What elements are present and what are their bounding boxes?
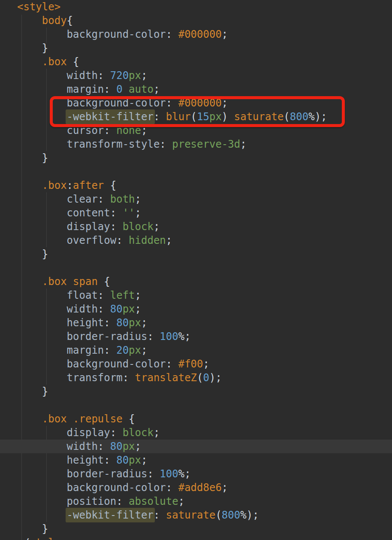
token-green: left	[110, 289, 135, 301]
code-line[interactable]: background-color: #000000;	[0, 27, 392, 41]
token-num: 80	[110, 440, 123, 452]
code-line[interactable]: }	[0, 385, 392, 398]
token-ws	[17, 413, 42, 425]
token-ws	[67, 56, 73, 68]
code-line[interactable]: display: block;	[0, 220, 392, 234]
token-punct: }	[42, 152, 48, 164]
token-punct: :	[110, 207, 116, 219]
token-prop: overflow	[67, 234, 117, 246]
token-punct: ;	[141, 317, 147, 329]
token-ws	[123, 234, 129, 246]
token-ws	[17, 495, 67, 507]
code-line[interactable]: }	[0, 247, 392, 261]
code-line[interactable]: body{	[0, 14, 392, 27]
code-line[interactable]: margin: 20px;	[0, 343, 392, 357]
code-line[interactable]: transform-style: preserve-3d;	[0, 137, 392, 151]
token-num: 80	[116, 454, 129, 466]
code-line[interactable]: height: 80px;	[0, 316, 392, 330]
token-punct: }	[42, 523, 48, 535]
token-ws	[17, 331, 67, 343]
token-orange: #f00	[178, 358, 203, 370]
token-punct: :	[110, 427, 116, 439]
token-ws	[17, 138, 67, 150]
token-ws	[17, 207, 67, 219]
code-line[interactable]: position: absolute;	[0, 494, 392, 508]
token-punct: ;	[154, 221, 160, 233]
code-line[interactable]: .box .repulse {	[0, 412, 392, 426]
code-line[interactable]: float: left;	[0, 288, 392, 302]
token-ws	[17, 440, 67, 452]
token-ws	[17, 523, 42, 535]
code-line[interactable]: .box {	[0, 55, 392, 69]
code-line[interactable]: <style>	[0, 0, 392, 14]
code-line[interactable]: margin: 0 auto;	[0, 82, 392, 96]
token-green: px	[129, 344, 141, 356]
code-line[interactable]	[0, 398, 392, 412]
code-line[interactable]: .box:after {	[0, 179, 392, 192]
code-line[interactable]: }	[0, 41, 392, 55]
token-prop: margin	[67, 344, 104, 356]
code-line[interactable]: }	[0, 151, 392, 165]
token-punct: {	[73, 56, 79, 68]
token-prop: margin	[67, 83, 104, 95]
token-punct: :	[98, 303, 104, 315]
token-ws	[17, 276, 42, 288]
token-prop: width	[67, 70, 98, 82]
code-line[interactable]	[0, 261, 392, 275]
code-line[interactable]: width: 720px;	[0, 69, 392, 82]
token-ws	[154, 331, 160, 343]
code-line[interactable]: background-color: #f00;	[0, 357, 392, 371]
token-green: block	[123, 221, 154, 233]
token-punct: ;	[135, 440, 141, 452]
token-punct: (	[197, 372, 203, 384]
token-ws	[104, 289, 110, 301]
token-prop: height	[67, 454, 104, 466]
code-line[interactable]: width: 80px;	[0, 302, 392, 316]
token-ws	[104, 303, 110, 315]
token-punct: :	[104, 317, 110, 329]
token-green: px	[129, 70, 141, 82]
code-line[interactable]: }	[0, 522, 392, 536]
code-line[interactable]: border-radius: 100%;	[0, 467, 392, 481]
token-ws	[172, 482, 178, 494]
token-ws	[67, 413, 73, 425]
token-prop: transform	[67, 372, 123, 384]
token-ws	[17, 385, 42, 397]
token-punct: {	[67, 15, 73, 27]
code-line[interactable]: transform: translateZ(0);	[0, 371, 392, 385]
token-ws	[17, 303, 67, 315]
code-line[interactable]: border-radius: 100%;	[0, 330, 392, 343]
code-line[interactable]: .box span {	[0, 275, 392, 288]
token-num: 0	[203, 372, 209, 384]
token-green: preserve-3d	[172, 138, 240, 150]
code-lines: <style> body{ background-color: #000000;…	[0, 0, 392, 540]
token-orange: after	[73, 179, 104, 191]
token-prop: display	[67, 221, 110, 233]
code-line-current[interactable]: width: 80px;	[0, 440, 392, 453]
token-ws	[104, 440, 110, 452]
token-orange: .box	[42, 276, 67, 288]
token-num: 100	[160, 468, 178, 480]
code-line[interactable]: </style>	[0, 536, 392, 540]
token-punct: :	[154, 509, 160, 521]
token-green: absolute	[129, 495, 178, 507]
code-line[interactable]: height: 80px;	[0, 453, 392, 467]
token-ws	[110, 83, 116, 95]
token-ws	[17, 193, 67, 205]
token-orange: style	[30, 537, 60, 540]
token-ws	[17, 468, 67, 480]
token-green: px	[129, 317, 141, 329]
code-editor[interactable]: <style> body{ background-color: #000000;…	[0, 0, 392, 540]
code-line[interactable]	[0, 165, 392, 179]
code-line[interactable]: display: block;	[0, 426, 392, 440]
token-orange: saturate	[166, 509, 216, 521]
code-line[interactable]: clear: both;	[0, 192, 392, 206]
token-num: 100	[160, 331, 178, 343]
code-line[interactable]: content: '';	[0, 206, 392, 220]
token-punct: :	[104, 83, 110, 95]
token-orange: <style>	[17, 1, 60, 13]
code-line[interactable]: overflow: hidden;	[0, 234, 392, 247]
code-line[interactable]: background-color: #add8e6;	[0, 481, 392, 494]
code-line[interactable]: -webkit-filter: saturate(800%);	[0, 508, 392, 522]
token-ws	[17, 248, 42, 260]
